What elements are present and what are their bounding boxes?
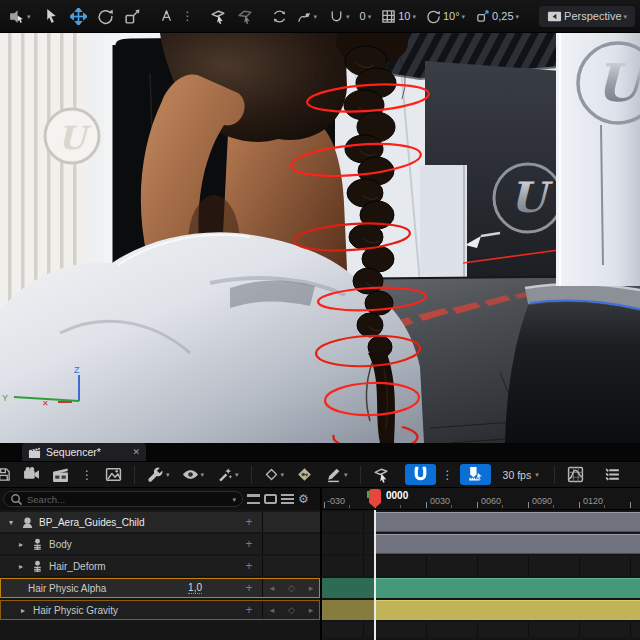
snap-playhead-button[interactable] (460, 464, 491, 485)
cycle-transform-space-button[interactable] (268, 6, 291, 27)
edit-select-button[interactable] (370, 464, 393, 485)
select-tool-button[interactable] (39, 5, 64, 28)
expander-icon[interactable]: ▸ (16, 540, 26, 549)
timeline-lane-hair-physic-gravity[interactable] (322, 600, 640, 620)
fps-dropdown[interactable]: 30 fps ▾ (497, 467, 545, 483)
actions-dropdown[interactable]: ▾ (144, 464, 173, 485)
caret-icon: ▾ (314, 13, 318, 20)
view-options-dropdown[interactable]: ▾ (179, 464, 208, 485)
track-value-field[interactable]: 1,0 (188, 582, 202, 594)
add-track-button[interactable]: + (236, 534, 262, 554)
compact-view-icon[interactable] (247, 494, 260, 504)
snap-toggle-button[interactable] (405, 464, 436, 485)
camera-icon (23, 466, 40, 483)
view-mode-dropdown[interactable]: Perspective ▾ (539, 6, 635, 27)
surface-snapping-button[interactable] (155, 6, 178, 27)
playhead-line[interactable] (374, 510, 376, 640)
snap-options-kebab[interactable]: ⋮ (442, 468, 454, 482)
snap-settings-dropdown[interactable]: ▾ (325, 6, 354, 27)
caret-icon: ▾ (27, 13, 31, 20)
next-key-button[interactable]: ▸ (309, 605, 314, 615)
scale-snap-value: 0,25 (492, 10, 513, 22)
playhead-marker[interactable] (369, 489, 381, 508)
select-groups-button[interactable] (233, 5, 258, 28)
auto-key-button[interactable] (293, 464, 316, 485)
create-camera-button[interactable] (20, 464, 43, 485)
search-input[interactable] (27, 494, 228, 505)
expander-icon[interactable]: ▸ (18, 606, 28, 615)
spline-icon (297, 9, 312, 24)
timeline-panel[interactable]: -030 0030 0060 0090 0120 (322, 488, 640, 640)
caret-icon: ▾ (346, 13, 350, 20)
scale-snap-dropdown[interactable]: 0,25 ▾ (471, 6, 523, 27)
rotate-tool-button[interactable] (93, 5, 118, 28)
search-box[interactable]: ▾ (3, 491, 243, 507)
world-local-icon (272, 9, 287, 24)
rotation-snap-dropdown[interactable]: 10° ▾ (422, 6, 469, 27)
sequence-details-button[interactable] (601, 464, 624, 485)
expander-icon[interactable]: ▾ (6, 518, 16, 527)
caret-icon: ▾ (201, 471, 205, 478)
surface-snap-icon (159, 9, 174, 24)
add-track-button[interactable]: + (236, 600, 262, 620)
render-movie-button[interactable] (49, 464, 72, 485)
location-snap-dropdown[interactable]: 0 ▾ (356, 7, 376, 25)
move-tool-icon (70, 8, 87, 25)
gizmo-z-label: Z (74, 365, 80, 375)
prev-key-button[interactable]: ◂ (270, 605, 275, 615)
list-view-icon[interactable] (281, 494, 294, 504)
add-track-button[interactable]: + (236, 556, 262, 576)
expander-icon[interactable]: ▸ (16, 562, 26, 571)
sequencer-options-kebab[interactable]: ⋮ (78, 466, 96, 484)
grid-snap-dropdown[interactable]: 10 ▾ (377, 6, 420, 27)
track-row-body[interactable]: ▸ Body + (0, 534, 320, 554)
add-track-button[interactable]: + (236, 512, 262, 532)
track-row-bp-aera-guides-child[interactable]: ▾ BP_Aera_Guides_Child + (0, 512, 320, 532)
sequence-hierarchy-button[interactable] (102, 464, 125, 485)
section-bar[interactable] (375, 600, 640, 620)
skeleton-icon (31, 538, 44, 551)
spline-tool-dropdown[interactable]: ▾ (293, 6, 322, 27)
prev-key-button[interactable]: ◂ (270, 583, 275, 593)
keying-options-dropdown[interactable]: ▾ (213, 464, 242, 485)
unreal-editor-window: ▾ (0, 0, 640, 640)
timeline-lane-hair-physic-alpha[interactable] (322, 578, 640, 598)
add-key-button[interactable]: ◇ (288, 583, 295, 593)
section-bar[interactable] (375, 578, 640, 598)
rotation-snap-value: 10° (443, 10, 460, 22)
normal-view-icon[interactable] (264, 494, 277, 504)
tab-close-icon[interactable]: ✕ (132, 447, 140, 457)
track-row-hair-deform[interactable]: ▸ Hair_Deform + (0, 556, 320, 576)
track-settings-gear-icon[interactable]: ⚙ (298, 493, 309, 505)
add-track-button[interactable]: + (236, 578, 262, 598)
keyframe-diamond-icon (264, 467, 279, 482)
section-bar[interactable] (375, 512, 640, 532)
section-bar[interactable] (375, 534, 640, 554)
move-tool-button[interactable] (66, 5, 91, 28)
next-key-button[interactable]: ▸ (309, 583, 314, 593)
scale-tool-icon (124, 8, 141, 25)
add-key-button[interactable]: ◇ (288, 605, 295, 615)
editor-mode-dropdown[interactable]: ▾ (4, 5, 35, 28)
timeline-lane-bp-aera-guides-child[interactable] (322, 512, 640, 532)
location-snap-value: 0 (360, 10, 366, 22)
caret-icon: ▾ (235, 471, 239, 478)
save-sequence-button[interactable] (0, 465, 14, 484)
actor-icon (21, 516, 34, 529)
sequencer-tab[interactable]: Sequencer* ✕ (22, 443, 146, 461)
transform-options-kebab[interactable]: ⋮ (180, 9, 196, 23)
edit-mode-dropdown[interactable]: ▾ (322, 464, 351, 485)
timeline-ruler[interactable]: -030 0030 0060 0090 0120 (322, 488, 640, 510)
scale-tool-button[interactable] (120, 5, 145, 28)
track-row-hair-physic-alpha[interactable]: Hair Physic Alpha 1,0 + ◂ ◇ ▸ (0, 578, 320, 598)
timeline-lane-empty[interactable] (322, 622, 640, 637)
curve-editor-button[interactable] (564, 464, 587, 485)
timeline-lane-body[interactable] (322, 534, 640, 554)
gizmo-x-label: ✕ (42, 399, 49, 408)
viewport-3d-scene[interactable]: U (0, 33, 640, 443)
caret-icon: ▾ (166, 471, 170, 478)
select-objects-button[interactable] (206, 5, 231, 28)
timeline-lane-hair-deform[interactable] (322, 556, 640, 576)
track-row-hair-physic-gravity[interactable]: ▸ Hair Physic Gravity + ◂ ◇ ▸ (0, 600, 320, 620)
keyframe-settings-dropdown[interactable]: ▾ (261, 465, 288, 484)
